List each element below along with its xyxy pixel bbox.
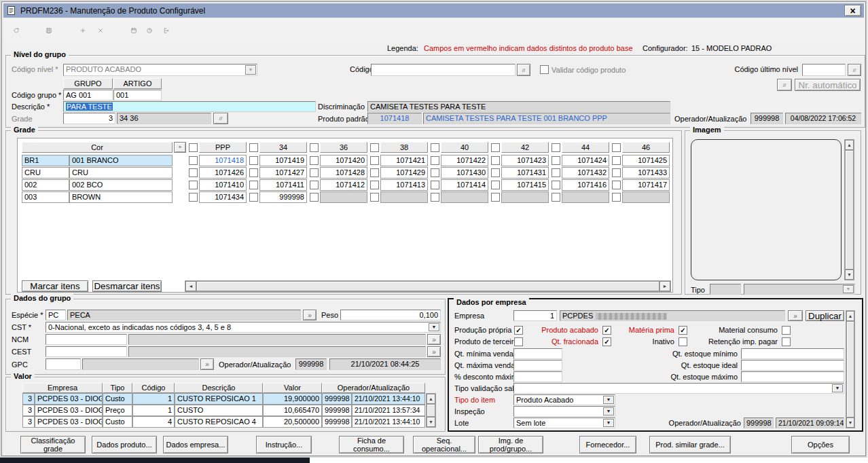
scrollbar-thumb[interactable] bbox=[846, 321, 854, 418]
grade-cell-checkbox[interactable] bbox=[249, 156, 258, 165]
valor-column-header[interactable]: Operador/Atualização bbox=[322, 383, 425, 393]
valor-cell[interactable]: 21/10/2021 13:44:10 bbox=[352, 416, 425, 428]
valor-cell[interactable]: Preço bbox=[103, 405, 132, 416]
grade-header-checkbox[interactable] bbox=[370, 143, 379, 152]
grade-cell-checkbox[interactable] bbox=[551, 168, 560, 177]
valor-cell[interactable]: 3 bbox=[22, 416, 35, 428]
grade-cell-product-code[interactable]: 1071430 bbox=[441, 167, 488, 179]
valor-cell[interactable]: 20,500000 bbox=[263, 416, 322, 428]
grade-cell-checkbox[interactable] bbox=[370, 181, 379, 189]
grade-cell-checkbox[interactable] bbox=[310, 156, 319, 165]
tipo-select[interactable]: ▼ bbox=[744, 284, 855, 295]
valor-row[interactable]: 3PCPDES 03 - DIOGOCusto4CUSTO REPOSICAO … bbox=[22, 416, 425, 428]
chevron-down-icon[interactable]: ▼ bbox=[245, 65, 256, 75]
grade-cell-checkbox[interactable] bbox=[431, 168, 439, 177]
grade-cell-checkbox[interactable] bbox=[310, 168, 319, 177]
grade-cell-checkbox[interactable] bbox=[249, 168, 258, 177]
chevron-down-icon[interactable]: ▼ bbox=[843, 285, 854, 293]
descricao-input[interactable]: PARA TESTE bbox=[63, 101, 316, 112]
grade-cell-checkbox[interactable] bbox=[551, 156, 560, 165]
grade-cell-product-code[interactable]: 1071420 bbox=[320, 155, 367, 166]
grade-size-column-header[interactable]: 34 bbox=[259, 142, 307, 153]
grade-cell-checkbox[interactable] bbox=[249, 193, 258, 202]
valor-cell[interactable]: 3 bbox=[22, 405, 35, 416]
valor-row[interactable]: 3PCPDES 03 - DIOGOCusto1CUSTO REPOSICAO … bbox=[22, 393, 425, 405]
artigo-column-header[interactable]: ARTIGO bbox=[113, 78, 162, 89]
grade-row[interactable]: CRUCRU1071426107142710714281071429107143… bbox=[22, 167, 670, 179]
valor-column-header[interactable]: Tipo bbox=[103, 383, 132, 393]
valor-column-header[interactable]: Descrição bbox=[175, 383, 263, 393]
grade-cell-product-code[interactable]: 1071410 bbox=[199, 179, 247, 191]
grade-size-column-header[interactable]: 44 bbox=[562, 142, 609, 153]
grade-cell-color-code[interactable]: BR1 bbox=[22, 155, 69, 166]
grade-count-input[interactable]: 3 bbox=[63, 113, 115, 124]
grade-cell-product-code[interactable]: 1071413 bbox=[380, 179, 428, 191]
nr-lookup-icon[interactable]: // bbox=[777, 79, 792, 91]
marcar-itens-button[interactable]: Marcar itens bbox=[22, 280, 88, 292]
grade-cell-checkbox[interactable] bbox=[431, 181, 439, 189]
grade-cell-checkbox[interactable] bbox=[612, 156, 621, 165]
grade-header-checkbox[interactable] bbox=[431, 143, 439, 152]
ncm-lookup-icon[interactable]: » bbox=[427, 334, 441, 345]
empresa-lookup-icon[interactable]: » bbox=[788, 310, 803, 321]
grade-cell-color-name[interactable]: CRU bbox=[69, 167, 173, 179]
grade-cell-checkbox[interactable] bbox=[491, 193, 500, 202]
scrollbar-thumb[interactable] bbox=[427, 404, 435, 417]
grade-cell-color-name[interactable]: BROWN bbox=[69, 191, 173, 203]
grade-cell-color-code[interactable]: 003 bbox=[22, 191, 69, 203]
exit-icon[interactable] bbox=[158, 22, 173, 39]
grade-cell-checkbox[interactable] bbox=[189, 168, 198, 177]
chevron-down-icon[interactable]: ▼ bbox=[429, 323, 439, 331]
grade-header-checkbox[interactable] bbox=[612, 143, 621, 152]
flag-checkbox[interactable]: ✓ bbox=[514, 326, 523, 335]
grade-cell-checkbox[interactable] bbox=[612, 193, 621, 202]
add-icon[interactable] bbox=[75, 22, 90, 39]
action-button[interactable]: Instrução... bbox=[256, 436, 312, 453]
scroll-down-icon[interactable]: ▼ bbox=[846, 418, 854, 428]
grade-size-column-header[interactable]: 42 bbox=[501, 142, 549, 153]
action-button[interactable]: Dados produto... bbox=[92, 436, 157, 453]
qt-minima-input[interactable] bbox=[513, 348, 562, 359]
flag-checkbox[interactable]: ✓ bbox=[602, 337, 611, 346]
flag-checkbox[interactable]: ✓ bbox=[602, 326, 611, 335]
grade-cell-checkbox[interactable] bbox=[189, 156, 198, 165]
valor-cell[interactable]: PCPDES 03 - DIOGO bbox=[35, 416, 103, 428]
gpc-lookup-icon[interactable]: » bbox=[200, 358, 214, 370]
grade-cell-checkbox[interactable] bbox=[491, 168, 500, 177]
grade-header-checkbox[interactable] bbox=[249, 143, 258, 152]
estoque-minimo-input[interactable] bbox=[741, 348, 844, 359]
grade-cell-product-code[interactable] bbox=[501, 191, 549, 203]
delete-icon[interactable] bbox=[93, 22, 108, 39]
cst-select[interactable]: 0-Nacional, exceto as indicadas nos códi… bbox=[46, 322, 441, 333]
desconto-input[interactable] bbox=[513, 371, 562, 382]
estoque-ideal-input[interactable] bbox=[741, 360, 844, 371]
action-button[interactable]: Seq. operacional... bbox=[413, 436, 475, 453]
grade-cell-checkbox[interactable] bbox=[189, 181, 198, 189]
valor-vertical-scrollbar[interactable]: ▲ ▼ bbox=[426, 393, 436, 428]
empresa-num-input[interactable]: 1 bbox=[513, 310, 557, 321]
scroll-up-icon[interactable]: ▲ bbox=[845, 140, 854, 150]
codigo-ultimo-lookup-icon[interactable]: // bbox=[848, 64, 861, 76]
grade-cell-product-code[interactable]: 1071428 bbox=[320, 167, 367, 179]
grade-size-column-header[interactable]: 40 bbox=[441, 142, 488, 153]
validar-codigo-checkbox[interactable] bbox=[540, 65, 549, 74]
action-button[interactable]: Ficha de consumo... bbox=[339, 436, 404, 453]
valor-cell[interactable]: 4 bbox=[132, 416, 175, 428]
grade-cell-product-code[interactable]: 1071429 bbox=[380, 167, 428, 179]
valor-cell[interactable]: 1 bbox=[132, 405, 175, 416]
artigo-input[interactable]: 001 bbox=[113, 90, 162, 100]
color-lookup-icon[interactable]: » bbox=[174, 142, 186, 153]
qt-maxima-input[interactable] bbox=[513, 360, 562, 371]
desmarcar-itens-button[interactable]: Desmarcar itens bbox=[92, 280, 162, 292]
grade-cell-product-code[interactable]: 1071417 bbox=[622, 179, 670, 191]
grade-lookup-icon[interactable]: // bbox=[213, 113, 228, 124]
tipo-item-select[interactable]: Produto Acabado ▼ bbox=[513, 394, 615, 405]
grade-cell-checkbox[interactable] bbox=[551, 193, 560, 202]
valor-cell[interactable]: CUSTO REPOSICAO 4 bbox=[175, 416, 263, 428]
grade-cell-checkbox[interactable] bbox=[431, 156, 439, 165]
scroll-up-icon[interactable]: ▲ bbox=[427, 394, 435, 404]
grade-cell-product-code[interactable]: 1071416 bbox=[562, 179, 609, 191]
grade-cell-product-code[interactable]: 1071425 bbox=[622, 155, 670, 166]
flag-checkbox[interactable] bbox=[514, 337, 523, 346]
codigo-input[interactable] bbox=[371, 64, 516, 76]
